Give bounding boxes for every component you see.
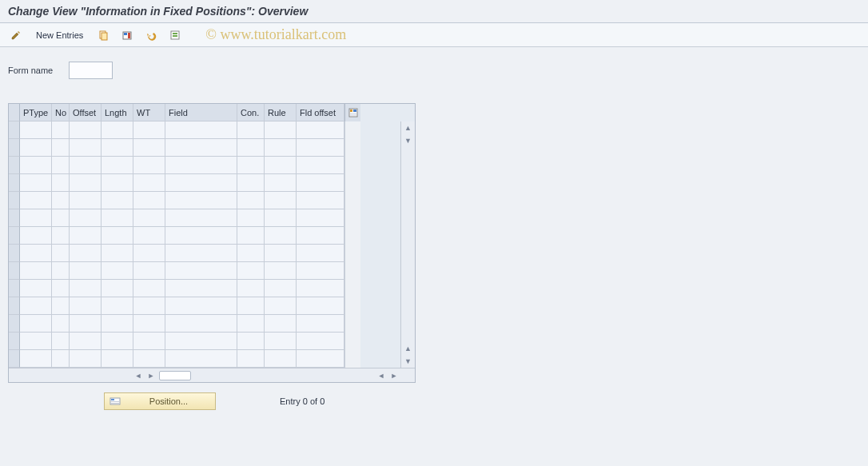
cell[interactable] <box>70 350 102 368</box>
cell[interactable] <box>297 280 344 297</box>
cell[interactable] <box>70 157 102 174</box>
cell[interactable] <box>165 333 237 350</box>
cell[interactable] <box>70 174 102 192</box>
cell[interactable] <box>52 333 70 350</box>
col-wt[interactable]: WT <box>133 104 165 121</box>
cell[interactable] <box>165 262 237 280</box>
col-ptype[interactable]: PType <box>20 104 52 121</box>
cell[interactable] <box>265 139 297 157</box>
cell[interactable] <box>70 227 102 245</box>
hscroll-thumb[interactable] <box>159 371 191 380</box>
cell[interactable] <box>52 209 70 227</box>
cell[interactable] <box>20 174 52 192</box>
cell[interactable] <box>52 280 70 297</box>
col-no[interactable]: No <box>52 104 70 121</box>
cell[interactable] <box>20 139 52 157</box>
scroll-down-step-button[interactable]: ▲ <box>401 342 415 355</box>
cell[interactable] <box>237 121 265 139</box>
cell[interactable] <box>265 350 297 368</box>
cell[interactable] <box>165 297 237 315</box>
cell[interactable] <box>102 280 133 297</box>
table-row[interactable] <box>9 350 400 368</box>
cell[interactable] <box>102 174 133 192</box>
table-row[interactable] <box>9 157 400 174</box>
cell[interactable] <box>20 245 52 262</box>
row-handle[interactable] <box>9 121 20 139</box>
row-handle[interactable] <box>9 227 20 245</box>
row-handle[interactable] <box>9 333 20 350</box>
table-row[interactable] <box>9 297 400 315</box>
cell[interactable] <box>20 333 52 350</box>
delete-button[interactable] <box>117 27 137 43</box>
cell[interactable] <box>297 333 344 350</box>
row-handle[interactable] <box>9 209 20 227</box>
cell[interactable] <box>237 333 265 350</box>
cell[interactable] <box>265 315 297 333</box>
cell[interactable] <box>52 262 70 280</box>
cell[interactable] <box>265 297 297 315</box>
cell[interactable] <box>237 315 265 333</box>
table-row[interactable] <box>9 280 400 297</box>
cell[interactable] <box>297 174 344 192</box>
cell[interactable] <box>70 209 102 227</box>
row-handle[interactable] <box>9 245 20 262</box>
cell[interactable] <box>165 227 237 245</box>
cell[interactable] <box>237 245 265 262</box>
row-handle[interactable] <box>9 297 20 315</box>
cell[interactable] <box>297 262 344 280</box>
cell[interactable] <box>102 139 133 157</box>
cell[interactable] <box>265 245 297 262</box>
cell[interactable] <box>265 157 297 174</box>
cell[interactable] <box>265 209 297 227</box>
cell[interactable] <box>297 245 344 262</box>
cell[interactable] <box>297 157 344 174</box>
scroll-left-button[interactable]: ◄ <box>132 370 145 381</box>
cell[interactable] <box>133 315 165 333</box>
cell[interactable] <box>70 315 102 333</box>
cell[interactable] <box>20 262 52 280</box>
scroll-up-button[interactable]: ▲ <box>401 121 415 134</box>
cell[interactable] <box>20 227 52 245</box>
cell[interactable] <box>237 174 265 192</box>
cell[interactable] <box>70 139 102 157</box>
cell[interactable] <box>20 350 52 368</box>
cell[interactable] <box>165 157 237 174</box>
cell[interactable] <box>20 315 52 333</box>
table-row[interactable] <box>9 262 400 280</box>
cell[interactable] <box>20 280 52 297</box>
cell[interactable] <box>52 315 70 333</box>
cell[interactable] <box>52 174 70 192</box>
cell[interactable] <box>237 209 265 227</box>
cell[interactable] <box>133 262 165 280</box>
cell[interactable] <box>102 157 133 174</box>
cell[interactable] <box>237 157 265 174</box>
table-row[interactable] <box>9 209 400 227</box>
table-row[interactable] <box>9 121 400 139</box>
cell[interactable] <box>102 262 133 280</box>
cell[interactable] <box>237 297 265 315</box>
cell[interactable] <box>52 350 70 368</box>
cell[interactable] <box>237 227 265 245</box>
cell[interactable] <box>133 157 165 174</box>
cell[interactable] <box>237 350 265 368</box>
cell[interactable] <box>133 174 165 192</box>
vertical-scrollbar[interactable]: ▲ ▼ ▲ ▼ <box>400 121 415 368</box>
cell[interactable] <box>165 139 237 157</box>
cell[interactable] <box>102 227 133 245</box>
cell[interactable] <box>102 350 133 368</box>
cell[interactable] <box>52 139 70 157</box>
cell[interactable] <box>20 209 52 227</box>
cell[interactable] <box>133 350 165 368</box>
cell[interactable] <box>297 350 344 368</box>
cell[interactable] <box>165 245 237 262</box>
cell[interactable] <box>165 121 237 139</box>
cell[interactable] <box>265 262 297 280</box>
table-row[interactable] <box>9 333 400 350</box>
cell[interactable] <box>102 121 133 139</box>
cell[interactable] <box>133 280 165 297</box>
copy-as-button[interactable] <box>94 27 113 43</box>
cell[interactable] <box>165 174 237 192</box>
table-row[interactable] <box>9 192 400 209</box>
new-entries-button[interactable]: New Entries <box>30 27 89 43</box>
cell[interactable] <box>165 280 237 297</box>
